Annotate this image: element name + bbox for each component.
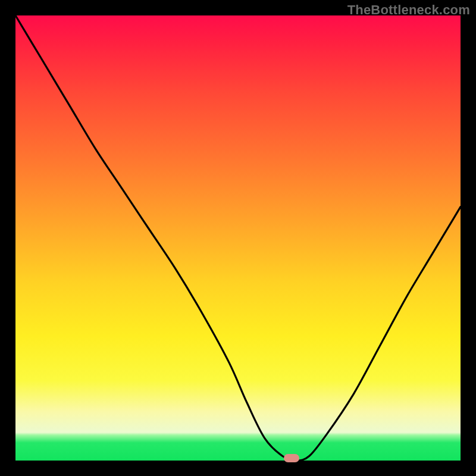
watermark-text: TheBottleneck.com [347, 2, 470, 18]
optimal-point-marker [284, 454, 299, 462]
bottleneck-curve [15, 15, 461, 461]
chart-frame: TheBottleneck.com [0, 0, 476, 476]
chart-plot-area [15, 15, 461, 461]
